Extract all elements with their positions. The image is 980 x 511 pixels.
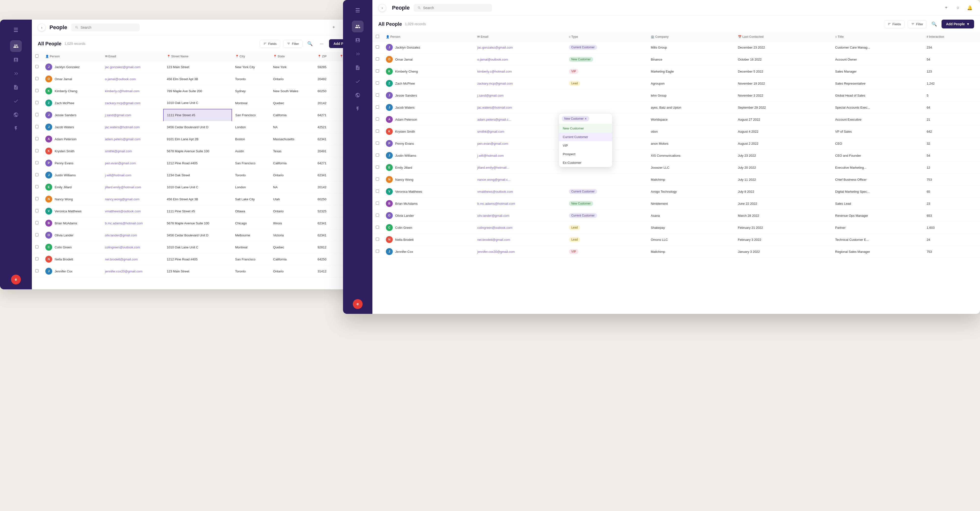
row-select[interactable] [35,149,38,152]
row-select[interactable] [35,161,38,164]
menu-icon[interactable]: ☰ [11,24,21,36]
row-zip: 59285 [314,61,336,73]
row-select[interactable] [35,245,38,248]
row-person: K Kimberly Cheng [42,85,102,97]
table-scroll-back[interactable]: 👤 Person ✉ Email 📍 Street Name 📍 City 📍 … [32,52,368,289]
row-email: adam.peters@gmail.com [102,133,164,145]
sidebar-icon-people-front[interactable] [352,21,364,32]
row-select[interactable] [376,177,379,181]
dropdown-item[interactable]: VIP [559,141,612,150]
sidebar-avatar-back[interactable]: e [11,275,21,284]
row-title: Partner [832,222,923,234]
row-select[interactable] [376,166,379,169]
select-all-front[interactable] [376,35,379,38]
row-checkbox [372,102,382,113]
sidebar-icon-chevrons-front[interactable] [352,48,364,60]
circle-btn-front[interactable]: ○ [953,3,963,12]
table-row: J Jennifer Cox jennifer.cox20@gmail.com … [372,246,980,258]
nav-arrow-front[interactable]: › [378,4,386,12]
sidebar-icon-chart[interactable] [10,54,22,66]
row-select[interactable] [35,77,38,80]
sidebar-icon-chevrons[interactable] [10,68,22,80]
row-select[interactable] [376,250,379,253]
row-company: otion [647,126,734,137]
sidebar-icon-chart-front[interactable] [352,34,364,46]
sidebar-icon-doc[interactable] [10,81,22,93]
row-select[interactable] [35,101,38,104]
bell-btn-front[interactable]: 🔔 [965,3,974,12]
fields-btn-front[interactable]: Fields [884,20,905,28]
row-select[interactable] [35,269,38,272]
row-select[interactable] [376,81,379,85]
row-checkbox [32,253,42,265]
table-scroll-front[interactable]: 👤 Person ✉ Email ≡ Type 🏢 Company 📅 Last… [372,32,980,314]
search-btn-front[interactable]: 🔍 [930,20,939,29]
search-btn-back[interactable]: 🔍 [305,39,314,48]
search-input-front[interactable] [423,6,488,10]
row-select[interactable] [35,197,38,200]
row-email: j.will@hotmail.com [474,150,565,161]
row-select[interactable] [376,45,379,49]
row-street[interactable]: 1111 Pine Street #5 [164,109,232,121]
row-select[interactable] [35,221,38,224]
row-select[interactable] [376,117,379,121]
row-select[interactable] [376,190,379,193]
row-select[interactable] [376,238,379,241]
table-row: V Veronica Matthews vmatthews@outlook.co… [32,205,368,217]
filter-btn-back[interactable]: Filter [283,40,302,48]
dropdown-item[interactable]: New Customer [559,124,612,133]
row-title: Chief Business Officer [832,174,923,185]
table-header-back: All People 1,029 records Fields Filter 🔍… [32,35,368,52]
row-select[interactable] [376,142,379,145]
sidebar-icon-check[interactable] [10,95,22,107]
row-select[interactable] [35,125,38,128]
fields-btn-back[interactable]: Fields [260,40,280,48]
th-email-back: ✉ Email [102,52,164,61]
row-select[interactable] [376,129,379,133]
add-people-btn-front[interactable]: Add People ▼ [942,20,974,29]
more-btn-back[interactable]: ··· [317,39,326,48]
row-select[interactable] [35,257,38,260]
plus-btn-back[interactable]: + [329,23,338,32]
dropdown-item[interactable]: Prospect [559,150,612,158]
sidebar-icon-globe-front[interactable] [352,89,364,101]
row-email: vmatthews@outlook.com [474,185,565,198]
row-select[interactable] [35,209,38,212]
nav-arrow-back[interactable]: › [38,24,46,31]
sidebar-icon-people[interactable] [10,40,22,52]
dropdown-item[interactable]: Ex-Customer [559,158,612,167]
row-select[interactable] [35,65,38,68]
row-select[interactable] [376,153,379,156]
dropdown-item[interactable]: Current Customer [559,133,612,141]
search-input-back[interactable] [81,26,136,29]
sidebar-icon-bolt-front[interactable] [352,103,364,115]
row-select[interactable] [376,69,379,73]
select-all-back[interactable] [35,54,38,57]
search-box-back[interactable] [71,24,140,31]
menu-icon-front[interactable]: ☰ [353,5,363,16]
sidebar-icon-check-front[interactable] [352,75,364,87]
chip-close-btn[interactable]: × [585,117,587,120]
row-select[interactable] [35,113,38,116]
row-select[interactable] [376,214,379,217]
row-select[interactable] [35,173,38,176]
row-select[interactable] [35,185,38,188]
row-select[interactable] [35,137,38,140]
row-select[interactable] [376,225,379,229]
row-select[interactable] [376,57,379,61]
row-select[interactable] [35,89,38,92]
row-lastcontacted: December 5 2022 [735,65,816,77]
row-select[interactable] [35,233,38,236]
sidebar-icon-doc-front[interactable] [352,62,364,73]
row-select[interactable] [376,201,379,205]
row-select[interactable] [376,105,379,109]
row-select[interactable] [376,93,379,97]
sidebar-icon-bolt[interactable] [10,123,22,134]
sidebar-avatar-front[interactable]: e [353,299,363,309]
plus-btn-front[interactable]: + [942,3,951,12]
filter-btn-front[interactable]: Filter [907,20,927,28]
type-dropdown[interactable]: New Customer × New CustomerCurrent Custo… [558,113,612,167]
sidebar-icon-globe[interactable] [10,109,22,121]
search-box-front[interactable] [414,4,492,12]
row-state: New York [270,61,314,73]
